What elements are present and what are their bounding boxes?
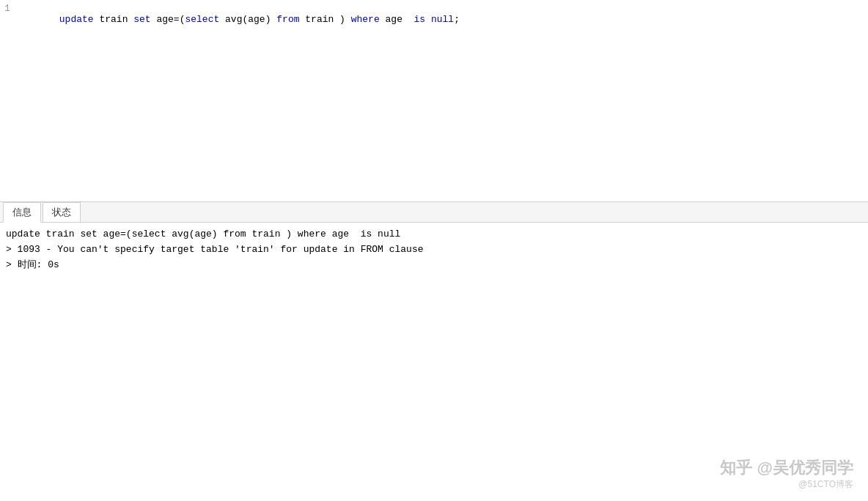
main-container: 1 update train set age=(select avg(age) … — [0, 0, 868, 501]
output-line-2: > 1093 - You can't specify target table … — [6, 242, 862, 258]
plain-4: train ) — [300, 14, 351, 25]
plain-3: avg(age) — [219, 14, 276, 25]
code-content[interactable]: update train set age=(select avg(age) fr… — [22, 0, 868, 201]
plain-1: train — [94, 14, 134, 25]
output-area: update train set age=(select avg(age) fr… — [0, 223, 868, 501]
line-numbers: 1 — [0, 0, 22, 201]
kw-select: select — [185, 14, 219, 25]
kw-where: where — [351, 14, 380, 25]
tab-info[interactable]: 信息 — [3, 202, 41, 223]
line-number-1: 1 — [4, 3, 22, 14]
plain-6: ; — [454, 14, 460, 25]
bottom-section: 信息 状态 update train set age=(select avg(a… — [0, 202, 868, 501]
kw-set: set — [133, 14, 150, 25]
tab-status[interactable]: 状态 — [43, 202, 81, 223]
kw-isnull: is null — [414, 14, 455, 25]
output-line-1: update train set age=(select avg(age) fr… — [6, 227, 862, 242]
plain-5: age — [380, 14, 414, 25]
kw-from: from — [276, 14, 299, 25]
tabs-bar: 信息 状态 — [0, 202, 868, 223]
plain-2: age=( — [151, 14, 185, 25]
kw-update: update — [59, 14, 94, 25]
output-line-3: > 时间: 0s — [6, 258, 862, 273]
editor-area: 1 update train set age=(select avg(age) … — [0, 0, 868, 202]
